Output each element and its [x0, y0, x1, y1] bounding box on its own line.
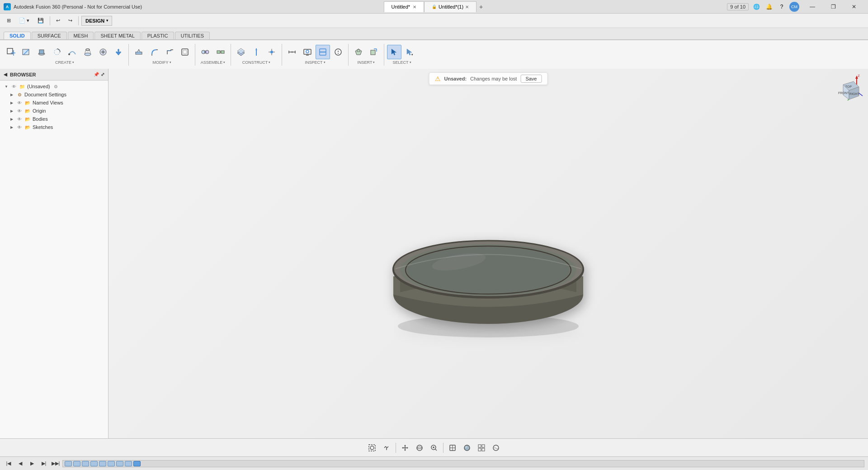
fillet-btn[interactable] [147, 45, 161, 59]
select-more-btn[interactable]: ▾ [402, 45, 417, 59]
zoom-btn[interactable] [428, 442, 440, 454]
orbit-btn[interactable] [413, 442, 426, 454]
undo-button[interactable]: ↩ [53, 15, 63, 26]
rigid-group-btn[interactable] [213, 45, 228, 59]
tab-sheet-metal[interactable]: SHEET METAL [94, 32, 140, 39]
tree-item-bodies[interactable]: ▶ 👁 📂 Bodies [0, 115, 108, 123]
select-btn[interactable] [387, 45, 401, 59]
shell-btn[interactable] [178, 45, 192, 59]
section-analysis-btn[interactable] [316, 45, 330, 59]
tree-arrow-root[interactable]: ▼ [4, 84, 9, 89]
file-button[interactable]: 📄 ▾ [16, 15, 33, 26]
tl-play-btn[interactable]: ▶ [27, 459, 37, 469]
tree-arrow-origin[interactable]: ▶ [9, 108, 14, 114]
tl-item-4[interactable] [90, 461, 98, 466]
tab-solid[interactable]: SOLID [4, 32, 31, 39]
tab-2-close[interactable]: ✕ [465, 5, 469, 9]
close-button[interactable]: ✕ [844, 0, 864, 14]
move-btn[interactable] [111, 45, 126, 59]
env-settings-btn[interactable] [490, 442, 502, 454]
display-settings-btn[interactable] [300, 45, 315, 59]
svg-point-8 [68, 53, 70, 55]
tree-arrow-namedviews[interactable]: ▶ [9, 100, 14, 105]
tree-eye-bodies[interactable]: 👁 [16, 116, 23, 122]
pan-btn[interactable] [399, 442, 411, 454]
save-button[interactable]: 💾 [34, 15, 47, 26]
viewport[interactable]: ⚠ Unsaved: Changes may be lost Save Z TO… [108, 69, 868, 438]
tree-item-origin[interactable]: ▶ 👁 📂 Origin [0, 107, 108, 115]
insert-more-btn[interactable] [367, 45, 381, 59]
tl-next-btn[interactable]: ▶| [39, 459, 49, 469]
create-sketch-btn[interactable] [19, 45, 33, 59]
joint-btn[interactable] [198, 45, 212, 59]
viewport-canvas[interactable] [108, 69, 868, 438]
user-avatar[interactable]: CM [789, 2, 799, 12]
tab-1-close[interactable]: ✕ [413, 5, 416, 9]
tl-item-2[interactable] [73, 461, 80, 466]
help-icon[interactable]: ? [777, 2, 787, 12]
revolve-btn[interactable] [50, 45, 64, 59]
tab-mesh[interactable]: MESH [68, 32, 94, 39]
tl-item-6[interactable] [108, 461, 115, 466]
chamfer-btn[interactable] [162, 45, 177, 59]
tree-arrow-bodies[interactable]: ▶ [9, 116, 14, 122]
tree-arrow-docsettings[interactable]: ▶ [9, 92, 14, 97]
extrude-btn[interactable] [34, 45, 49, 59]
tree-eye-root[interactable]: 👁 [11, 83, 17, 90]
svg-rect-26 [221, 51, 224, 53]
restore-button[interactable]: ❒ [823, 0, 844, 14]
tree-item-sketches[interactable]: ▶ 👁 📂 Sketches [0, 123, 108, 131]
tl-prev-btn[interactable]: ◀ [15, 459, 25, 469]
press-pull-btn[interactable] [132, 45, 146, 59]
new-component-btn[interactable] [4, 45, 18, 59]
fit-view-btn[interactable] [366, 442, 378, 454]
grid-btn[interactable] [475, 442, 488, 454]
construct-point-btn[interactable] [264, 45, 279, 59]
tree-arrow-sketches[interactable]: ▶ [9, 124, 14, 130]
add-tab-button[interactable]: + [476, 2, 486, 11]
tl-item-3[interactable] [82, 461, 89, 466]
tl-last-btn[interactable]: ▶▶| [51, 459, 61, 469]
tab-plastic[interactable]: PLASTIC [142, 32, 174, 39]
save-file-button[interactable]: Save [520, 75, 542, 83]
loft-btn[interactable] [80, 45, 95, 59]
browser-expand-icon[interactable]: ⤢ [101, 72, 104, 77]
design-dropdown[interactable]: DESIGN ▾ [81, 16, 112, 26]
minimize-button[interactable]: — [802, 0, 823, 14]
browser-header: ◀ BROWSER 📌 ⤢ [0, 69, 108, 81]
tl-first-btn[interactable]: |◀ [4, 459, 14, 469]
browser-collapse-icon[interactable]: ◀ [4, 72, 7, 77]
more-create-btn[interactable] [96, 45, 110, 59]
tl-item-5[interactable] [99, 461, 106, 466]
notification-icon[interactable]: 🌐 [751, 2, 761, 12]
insert-mesh-btn[interactable] [351, 45, 366, 59]
tree-eye-origin[interactable]: 👁 [16, 108, 23, 114]
tree-item-docsettings[interactable]: ▶ ⚙ Document Settings [0, 90, 108, 99]
tab-1[interactable]: Untitled* ✕ [384, 1, 425, 12]
redo-button[interactable]: ↪ [65, 15, 75, 26]
construct-axis-btn[interactable] [249, 45, 264, 59]
viewcube-svg[interactable]: Z TOP FRONT RIGHT [823, 73, 863, 114]
sweep-btn[interactable] [65, 45, 80, 59]
display-mode-btn[interactable] [446, 442, 459, 454]
browser-pin-icon[interactable]: 📌 [94, 72, 99, 77]
tree-item-namedviews[interactable]: ▶ 👁 📂 Named Views [0, 99, 108, 107]
apps-button[interactable]: ⊞ [4, 15, 14, 26]
alert-icon[interactable]: 🔔 [764, 2, 774, 12]
tl-item-8[interactable] [125, 461, 132, 466]
offset-plane-btn[interactable] [234, 45, 248, 59]
tab-2[interactable]: 🔒 Untitled*(1) ✕ [424, 1, 476, 12]
measure-btn[interactable] [285, 45, 299, 59]
settings-icon[interactable]: ⚙ [54, 84, 58, 89]
snap-btn[interactable] [380, 442, 393, 454]
visual-style-btn[interactable] [461, 442, 473, 454]
tl-item-1[interactable] [65, 461, 72, 466]
tl-item-9[interactable] [133, 461, 141, 466]
inspect-more-btn[interactable] [331, 45, 345, 59]
tl-item-7[interactable] [116, 461, 123, 466]
tab-utilities[interactable]: UTILITIES [175, 32, 210, 39]
tree-eye-namedviews[interactable]: 👁 [16, 100, 23, 106]
tree-item-root[interactable]: ▼ 👁 📁 (Unsaved) ⚙ [0, 82, 108, 90]
tab-surface[interactable]: SURFACE [32, 32, 67, 39]
tree-eye-sketches[interactable]: 👁 [16, 124, 23, 130]
